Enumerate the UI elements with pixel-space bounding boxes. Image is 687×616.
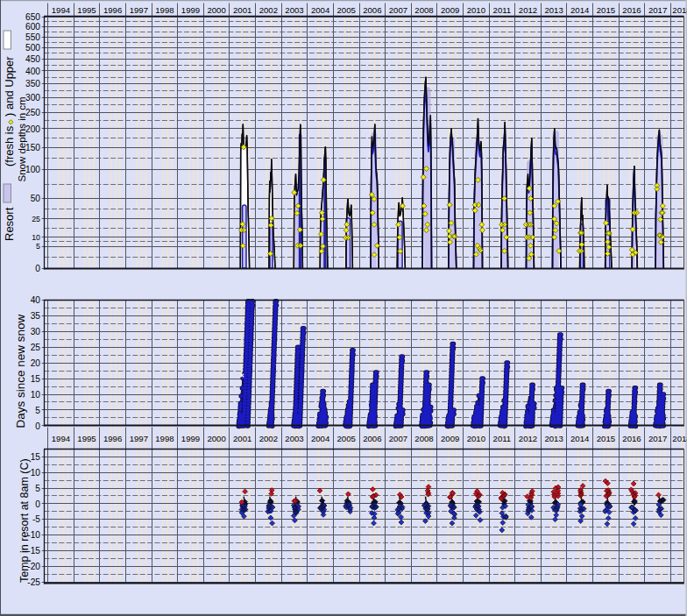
svg-text:2017: 2017 [648,434,667,443]
svg-text:2003: 2003 [285,434,303,443]
svg-text:2012: 2012 [519,434,537,443]
svg-text:1997: 1997 [130,5,148,15]
svg-text:-5: -5 [32,514,40,524]
svg-text:1994: 1994 [52,434,71,443]
svg-text:1999: 1999 [181,5,200,15]
svg-text:2007: 2007 [389,434,407,443]
svg-text:2012: 2012 [519,5,537,15]
svg-text:300: 300 [25,93,40,103]
svg-text:2013: 2013 [544,5,563,15]
svg-text:2018: 2018 [672,434,687,443]
svg-text:10: 10 [32,233,40,242]
svg-text:2007: 2007 [389,5,407,15]
svg-text:2003: 2003 [285,5,303,15]
svg-text:15: 15 [31,374,41,384]
svg-text:15: 15 [31,452,41,462]
svg-text:50: 50 [31,194,41,203]
svg-text:0: 0 [35,421,40,431]
svg-text:1994: 1994 [52,5,71,15]
svg-text:2002: 2002 [259,5,278,15]
svg-text:10: 10 [31,468,41,478]
svg-text:2001: 2001 [233,5,251,15]
svg-text:1998: 1998 [155,434,174,443]
svg-text:1999: 1999 [181,434,200,443]
svg-text:250: 250 [25,108,40,117]
svg-text:25: 25 [31,343,41,352]
svg-text:Snow depths in cm: Snow depths in cm [17,96,27,181]
svg-text:2006: 2006 [363,434,381,443]
svg-text:2011: 2011 [493,5,512,15]
svg-text:5: 5 [35,484,40,493]
svg-text:1996: 1996 [103,5,122,15]
svg-text:1997: 1997 [130,434,148,443]
svg-text:30: 30 [31,327,41,336]
svg-text:2016: 2016 [622,434,641,443]
svg-text:Days since new snow: Days since new snow [14,314,27,428]
svg-text:2017: 2017 [648,5,667,15]
svg-text:2004: 2004 [311,434,330,443]
svg-text:350: 350 [25,79,40,89]
svg-text:2015: 2015 [597,434,615,443]
svg-text:2014: 2014 [570,434,590,443]
svg-text:Temp in resort at 8am (C): Temp in resort at 8am (C) [18,458,31,583]
svg-text:600: 600 [25,22,40,32]
svg-text:20: 20 [31,358,41,368]
svg-text:2000: 2000 [207,434,225,443]
svg-text:2002: 2002 [259,434,278,443]
svg-text:1998: 1998 [155,5,174,15]
svg-text:25: 25 [32,215,40,223]
svg-text:) and Upper: ) and Upper [3,56,16,117]
svg-text:2010: 2010 [467,5,485,15]
svg-text:550: 550 [25,32,40,42]
svg-text:100: 100 [25,165,40,174]
svg-text:2000: 2000 [207,5,225,15]
svg-text:2016: 2016 [622,5,641,15]
svg-text:5: 5 [36,242,40,251]
svg-text:1995: 1995 [77,434,96,443]
svg-text:500: 500 [25,43,40,53]
svg-text:2001: 2001 [233,434,251,443]
svg-text:2009: 2009 [441,5,459,15]
svg-text:0: 0 [35,264,40,273]
svg-text:2005: 2005 [337,5,356,15]
svg-text:2004: 2004 [311,5,330,15]
svg-text:150: 150 [25,143,40,152]
svg-text:450: 450 [25,54,40,64]
svg-text:2008: 2008 [414,434,433,443]
svg-text:2008: 2008 [414,5,433,15]
svg-text:10: 10 [31,390,41,400]
svg-text:5: 5 [35,406,40,415]
svg-text:2006: 2006 [363,5,381,15]
svg-text:2009: 2009 [441,434,459,443]
svg-text:Resort: Resort [3,207,16,241]
svg-text:2011: 2011 [493,434,512,443]
svg-text:400: 400 [25,67,40,76]
svg-text:2014: 2014 [570,5,590,15]
svg-text:2018: 2018 [672,5,687,15]
svg-text:1995: 1995 [77,5,96,15]
svg-text:0: 0 [35,499,40,509]
svg-text:40: 40 [31,295,41,305]
svg-text:2013: 2013 [544,434,563,443]
svg-text:1996: 1996 [103,434,122,443]
svg-text:650: 650 [25,12,40,22]
svg-text:200: 200 [25,124,40,134]
svg-text:(fresh is: (fresh is [3,125,16,166]
svg-text:35: 35 [31,311,41,321]
svg-text:2005: 2005 [337,434,356,443]
svg-text:2015: 2015 [597,5,615,15]
svg-text:2010: 2010 [467,434,485,443]
